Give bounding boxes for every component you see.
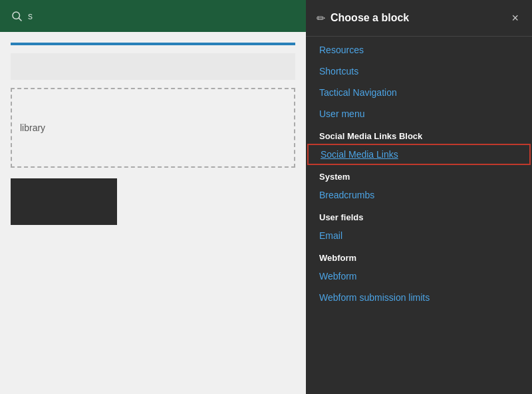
svg-point-0 [13,12,20,19]
content-body: library [0,32,306,236]
search-text: s [28,11,33,21]
panel-list: ResourcesShortcutsTactical NavigationUse… [306,37,532,394]
dashed-box: library [11,88,295,168]
list-item-email[interactable]: Email [306,225,532,246]
list-section-header-user-fields-header: User fields [306,206,532,225]
svg-line-1 [19,18,21,21]
main-content: s library [0,0,306,394]
search-icon [11,10,23,22]
list-section-header-social-media-links-block-header: Social Media Links Block [306,124,532,144]
list-item-webform-submission-limits[interactable]: Webform submission limits [306,287,532,308]
gray-area [11,53,295,80]
blue-bar [11,43,295,45]
list-item-tactical-navigation[interactable]: Tactical Navigation [306,82,532,103]
choose-block-panel: ✏ Choose a block × ResourcesShortcutsTac… [306,0,532,394]
list-item-webform[interactable]: Webform [306,266,532,287]
pencil-icon: ✏ [317,12,325,25]
list-item-resources[interactable]: Resources [306,39,532,61]
list-section-header-webform-header: Webform [306,246,532,266]
list-item-social-media-links[interactable]: Social Media Links [307,144,531,165]
top-bar: s [0,0,306,32]
list-item-breadcrumbs[interactable]: Breadcrumbs [306,184,532,206]
close-button[interactable]: × [509,9,521,27]
panel-header-left: ✏ Choose a block [317,12,409,25]
list-item-shortcuts[interactable]: Shortcuts [306,61,532,82]
solid-box [11,178,117,225]
panel-title: Choose a block [331,12,409,24]
panel-header: ✏ Choose a block × [306,0,532,37]
list-item-user-menu[interactable]: User menu [306,103,532,124]
list-section-header-system-header: System [306,165,532,184]
library-label: library [20,122,45,133]
search-area[interactable]: s [11,10,33,22]
